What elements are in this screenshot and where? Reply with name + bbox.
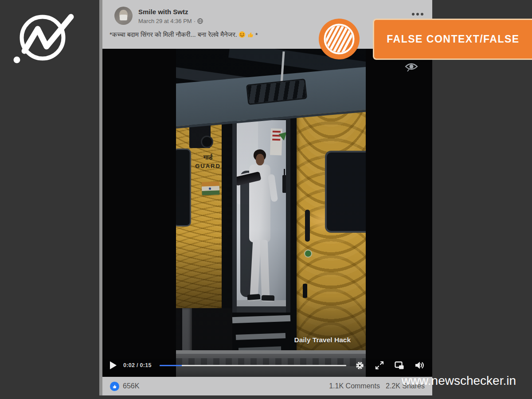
globe-icon [197, 18, 203, 24]
eye-icon [405, 62, 418, 74]
step [236, 333, 286, 340]
post-caption: *कच्चा बदाम सिंगर को मिली नौकरी... बना र… [110, 31, 258, 39]
guard-face [256, 154, 264, 165]
comments-count[interactable]: 1.1K Comments [329, 382, 380, 390]
like-icon[interactable] [110, 382, 119, 391]
guard-shoe [247, 294, 261, 301]
site-watermark: www.newschecker.in [402, 374, 516, 388]
door-handle [305, 210, 310, 242]
time-display: 0:02 / 0:15 [123, 362, 152, 368]
like-count[interactable]: 656K [123, 382, 139, 390]
settings-gear-icon[interactable] [355, 361, 364, 370]
avatar[interactable] [114, 7, 133, 25]
india-flag [201, 181, 219, 195]
caption-close: * [255, 31, 258, 39]
progress-bar[interactable] [160, 365, 346, 366]
platform-pillar [182, 308, 192, 352]
verdict-banner: FALSE CONTEXT/FALSE [373, 19, 532, 60]
rating-stripes-icon [318, 18, 360, 60]
train-left-window [176, 149, 191, 227]
door-steps [232, 313, 290, 355]
play-button[interactable] [110, 361, 117, 369]
doorway-sill [232, 306, 290, 313]
guard-leg [260, 240, 270, 298]
undercarriage [176, 308, 232, 352]
date-separator: · [194, 18, 196, 24]
door-track-gap [290, 106, 297, 355]
post-date[interactable]: March 29 at 4:36 PM [138, 18, 192, 24]
guard-label-english: GUARD [189, 163, 227, 169]
door-emblem [304, 250, 312, 258]
guard-label-hindi: गार्ड [189, 153, 227, 161]
guard-shoe [262, 295, 275, 302]
smile-emoji-icon [239, 31, 246, 38]
step [232, 315, 290, 324]
creator-watermark: Daily Travel Hack [294, 336, 351, 344]
video-player[interactable]: गार्ड GUARD [102, 49, 432, 377]
door-window [325, 151, 366, 233]
newschecker-logo-icon [8, 8, 83, 74]
platform-edge [176, 350, 366, 354]
sliding-door [297, 106, 366, 355]
screenshot-edge-strip [99, 0, 102, 395]
video-content: गार्ड GUARD [176, 49, 366, 377]
doorway-jamb [232, 109, 237, 313]
doorway-jamb [286, 109, 290, 313]
train-equipment-lamp [201, 136, 213, 148]
fullscreen-icon[interactable] [375, 361, 384, 370]
video-controls-bar: 0:02 / 0:15 [102, 354, 432, 377]
thumbsup-emoji-icon [247, 31, 254, 38]
guard-label: गार्ड GUARD [189, 153, 227, 169]
post-date-row: March 29 at 4:36 PM · [138, 18, 203, 24]
verdict-label: FALSE CONTEXT/FALSE [387, 33, 519, 45]
train-doorway [232, 109, 290, 313]
engagement-bar: 656K 1.1K Comments 2.2K Shares [102, 377, 432, 395]
pip-icon[interactable] [395, 361, 404, 370]
door-shadow [297, 296, 366, 355]
volume-icon[interactable] [415, 361, 425, 370]
post-author[interactable]: Smile with Swtz [138, 8, 188, 16]
post-menu-icon[interactable] [412, 13, 423, 16]
